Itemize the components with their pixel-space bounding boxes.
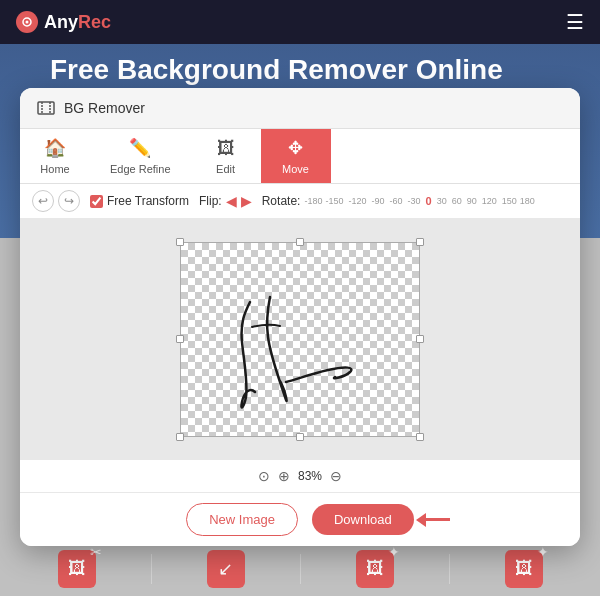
modal-window: BG Remover 🏠 Home ✏️ Edge Refine 🖼 Edit …: [20, 88, 580, 546]
home-icon: 🏠: [44, 137, 66, 159]
free-transform-toggle[interactable]: Free Transform: [90, 194, 189, 208]
toolbar-tabs: 🏠 Home ✏️ Edge Refine 🖼 Edit ✥ Move: [20, 129, 580, 184]
edit-icon: 🖼: [217, 138, 235, 159]
bottom-icon-box-2: ↙: [207, 550, 245, 588]
new-image-button[interactable]: New Image: [186, 503, 298, 536]
bottom-icon-3: 🖼 ✦: [356, 550, 394, 588]
bottom-icon-box-1: 🖼 ✂: [58, 550, 96, 588]
image-container[interactable]: [180, 242, 420, 437]
bottom-bar: New Image Download: [20, 492, 580, 546]
handle-top-right[interactable]: [416, 238, 424, 246]
image-star-icon: 🖼: [366, 558, 384, 579]
canvas-area[interactable]: [20, 219, 580, 459]
modal-header: BG Remover: [20, 88, 580, 129]
icon-divider-3: [449, 554, 450, 584]
logo-area: AnyRec: [16, 11, 111, 33]
flip-section: Flip: ◀ ▶: [199, 193, 252, 209]
rotate-section: Rotate: -180 -150 -120 -90 -60 -30 0 30 …: [262, 194, 568, 208]
icon-divider-2: [300, 554, 301, 584]
flip-horizontal-button[interactable]: ◀: [226, 193, 237, 209]
zoom-bar: ⊙ ⊕ 83% ⊖: [20, 459, 580, 492]
bg-remover-icon: [36, 98, 56, 118]
image-arrow-icon: ↙: [218, 558, 233, 580]
flip-vertical-button[interactable]: ▶: [241, 193, 252, 209]
image-remove-icon: 🖼: [68, 558, 86, 579]
handle-middle-right[interactable]: [416, 335, 424, 343]
signature-image: [180, 242, 420, 437]
reset-view-icon[interactable]: ⊙: [258, 468, 270, 484]
logo-text: AnyRec: [44, 12, 111, 33]
redo-button[interactable]: ↪: [58, 190, 80, 212]
handle-bottom-left[interactable]: [176, 433, 184, 441]
bottom-icon-4: 🖼 ✦: [505, 550, 543, 588]
rotate-label: Rotate:: [262, 194, 301, 208]
edge-refine-icon: ✏️: [129, 137, 151, 159]
svg-rect-2: [38, 102, 54, 114]
options-bar: ↩ ↪ Free Transform Flip: ◀ ▶ Rotate: -18…: [20, 184, 580, 219]
top-nav: AnyRec ☰: [0, 0, 600, 44]
handle-bottom-center[interactable]: [296, 433, 304, 441]
bottom-icon-box-3: 🖼 ✦: [356, 550, 394, 588]
svg-point-1: [26, 21, 29, 24]
flip-label: Flip:: [199, 194, 222, 208]
arrow-head: [416, 513, 426, 527]
zoom-in-icon[interactable]: ⊕: [278, 468, 290, 484]
download-button-wrapper: Download: [312, 504, 414, 535]
tab-edge-refine[interactable]: ✏️ Edge Refine: [90, 129, 191, 183]
page-title: Free Background Remover Online: [50, 54, 503, 86]
tab-move[interactable]: ✥ Move: [261, 129, 331, 183]
logo-icon: [16, 11, 38, 33]
zoom-out-icon[interactable]: ⊖: [330, 468, 342, 484]
bottom-icons-bar: 🖼 ✂ ↙ 🖼 ✦ 🖼 ✦: [0, 541, 600, 596]
free-transform-label: Free Transform: [107, 194, 189, 208]
download-arrow-indicator: [416, 513, 450, 527]
rotate-ruler[interactable]: -180 -150 -120 -90 -60 -30 0 30 60 90 12…: [304, 195, 534, 207]
modal-title: BG Remover: [64, 100, 145, 116]
undo-button[interactable]: ↩: [32, 190, 54, 212]
bottom-icon-2: ↙: [207, 550, 245, 588]
tab-edit[interactable]: 🖼 Edit: [191, 129, 261, 183]
free-transform-checkbox[interactable]: [90, 195, 103, 208]
bottom-icon-1: 🖼 ✂: [58, 550, 96, 588]
arrow-shaft: [426, 518, 450, 521]
undo-redo-group: ↩ ↪: [32, 190, 80, 212]
handle-top-center[interactable]: [296, 238, 304, 246]
tab-home[interactable]: 🏠 Home: [20, 129, 90, 183]
handle-middle-left[interactable]: [176, 335, 184, 343]
image-sparkle-icon: 🖼: [515, 558, 533, 579]
zoom-percent: 83%: [298, 469, 322, 483]
handle-bottom-right[interactable]: [416, 433, 424, 441]
menu-icon[interactable]: ☰: [566, 10, 584, 34]
download-button[interactable]: Download: [312, 504, 414, 535]
handle-top-left[interactable]: [176, 238, 184, 246]
move-icon: ✥: [288, 137, 303, 159]
icon-divider-1: [151, 554, 152, 584]
bottom-icon-box-4: 🖼 ✦: [505, 550, 543, 588]
